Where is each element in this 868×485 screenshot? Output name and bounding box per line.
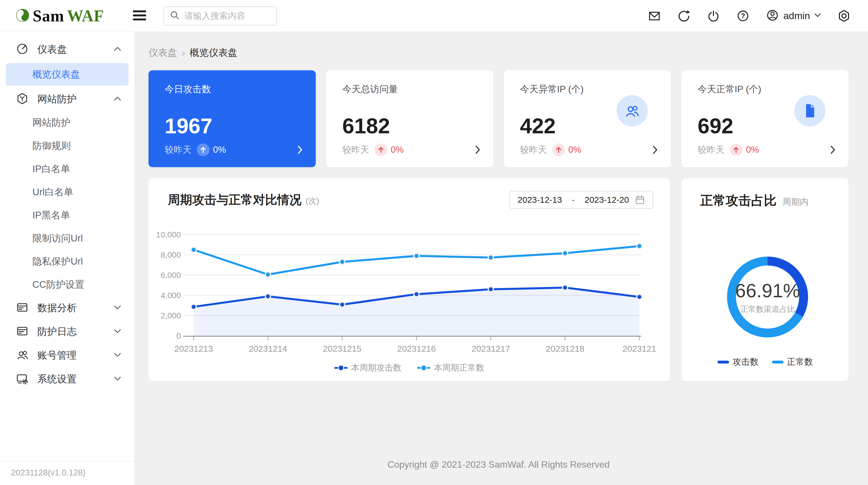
sidebar-item-ip-blacklist[interactable]: IP黑名单 bbox=[0, 204, 134, 227]
power-icon[interactable] bbox=[707, 9, 720, 23]
ratio-panel: 正常攻击占比 周期内 66.91% 正常数渠道占比 攻击数 正常数 bbox=[682, 178, 848, 381]
sidebar-group-label: 防护日志 bbox=[37, 325, 114, 338]
legend-label: 攻击数 bbox=[733, 356, 758, 368]
sidebar-item-label: 限制访问Url bbox=[32, 232, 83, 245]
delta-value: 0% bbox=[746, 144, 759, 155]
sidebar-item-label: CC防护设置 bbox=[32, 278, 85, 291]
main-content: 仪表盘 › 概览仪表盘 今日攻击数 1967 较昨天 0% 今天总访问量 618… bbox=[134, 32, 868, 485]
version-label: 20231128(v1.0.128) bbox=[0, 461, 134, 485]
sidebar-item-restricted-url[interactable]: 限制访问Url bbox=[0, 227, 134, 250]
stat-card-today-visits[interactable]: 今天总访问量 6182 较昨天 0% bbox=[326, 70, 494, 167]
legend-label: 本周期正常数 bbox=[434, 362, 484, 374]
svg-text:2,000: 2,000 bbox=[161, 311, 181, 320]
sidebar-item-label: 隐私保护Url bbox=[32, 255, 83, 268]
legend-label: 本周期攻击数 bbox=[351, 362, 401, 374]
svg-text:2023121: 2023121 bbox=[623, 344, 656, 353]
svg-text:20231216: 20231216 bbox=[397, 344, 436, 353]
svg-text:4,000: 4,000 bbox=[161, 291, 181, 300]
shield-icon bbox=[16, 92, 29, 106]
gear-icon[interactable] bbox=[837, 9, 850, 23]
svg-text:10,000: 10,000 bbox=[156, 230, 181, 239]
stat-cards-row: 今日攻击数 1967 较昨天 0% 今天总访问量 6182 较昨天 bbox=[149, 70, 848, 167]
ratio-title: 正常攻击占比 bbox=[700, 192, 777, 209]
sidebar-group-label: 数据分析 bbox=[37, 301, 114, 315]
sidebar: 仪表盘 概览仪表盘 网站防护 网站防护 防御规则 IP白名 bbox=[0, 32, 134, 485]
legend-item-attack[interactable]: 本周期攻击数 bbox=[334, 362, 401, 374]
sidebar-group-label: 网站防护 bbox=[37, 93, 114, 106]
legend-label: 正常数 bbox=[787, 356, 813, 368]
legend-item-attack-count[interactable]: 攻击数 bbox=[717, 356, 758, 368]
sidebar-group-data-analysis[interactable]: 数据分析 bbox=[0, 296, 134, 320]
card-title: 今天总访问量 bbox=[342, 83, 477, 96]
date-separator: - bbox=[572, 195, 575, 205]
system-settings-icon bbox=[16, 372, 29, 386]
brand-text-sam: Sam bbox=[33, 7, 64, 25]
accounts-icon bbox=[16, 349, 29, 362]
search-icon bbox=[169, 10, 180, 22]
sidebar-item-defense-rules[interactable]: 防御规则 bbox=[0, 134, 134, 157]
user-menu[interactable]: admin bbox=[766, 9, 821, 23]
sidebar-group-accounts[interactable]: 账号管理 bbox=[0, 344, 134, 367]
sidebar-item-ip-whitelist[interactable]: IP白名单 bbox=[0, 157, 134, 181]
menu-toggle-icon[interactable] bbox=[133, 10, 146, 22]
date-range-picker[interactable]: 2023-12-13 - 2023-12-20 bbox=[509, 191, 653, 209]
chevron-right-icon[interactable] bbox=[830, 145, 836, 155]
sidebar-item-label: 概览仪表盘 bbox=[32, 68, 80, 81]
svg-text:20231215: 20231215 bbox=[323, 344, 362, 353]
stat-card-abnormal-ip[interactable]: 今天异常IP (个) 422 较昨天 0% bbox=[504, 70, 671, 167]
legend-item-normal-count[interactable]: 正常数 bbox=[772, 356, 813, 368]
arrow-up-icon bbox=[374, 143, 387, 156]
ratio-legend: 攻击数 正常数 bbox=[682, 356, 848, 368]
chevron-right-icon[interactable] bbox=[297, 145, 303, 155]
sidebar-item-label: 防御规则 bbox=[32, 139, 71, 153]
sidebar-group-site-protection[interactable]: 网站防护 bbox=[0, 87, 134, 111]
arrow-up-icon bbox=[197, 143, 210, 156]
stat-card-today-attacks[interactable]: 今日攻击数 1967 较昨天 0% bbox=[149, 70, 316, 167]
date-to: 2023-12-20 bbox=[585, 195, 629, 205]
breadcrumb: 仪表盘 › 概览仪表盘 bbox=[149, 46, 848, 59]
sidebar-item-site-protection[interactable]: 网站防护 bbox=[0, 111, 134, 134]
chevron-right-icon[interactable] bbox=[652, 145, 658, 155]
svg-text:0: 0 bbox=[176, 331, 181, 341]
search-box[interactable] bbox=[163, 6, 277, 26]
chevron-down-icon bbox=[114, 376, 121, 382]
donut-center-label: 正常数渠道占比 bbox=[740, 304, 795, 314]
refresh-icon[interactable] bbox=[677, 9, 690, 23]
ratio-subtitle: 周期内 bbox=[782, 196, 808, 208]
username-label: admin bbox=[783, 10, 810, 22]
taiji-logo-icon bbox=[16, 9, 29, 23]
arrow-up-icon bbox=[552, 143, 565, 156]
sidebar-item-privacy-url[interactable]: 隐私保护Url bbox=[0, 250, 134, 273]
svg-text:20231213: 20231213 bbox=[174, 344, 213, 353]
svg-text:6,000: 6,000 bbox=[161, 271, 181, 280]
help-icon[interactable]: ? bbox=[736, 9, 750, 23]
trend-chart-panel: 周期攻击与正常对比情况 (次) 2023-12-13 - 2023-12-20 bbox=[149, 178, 670, 381]
compare-label: 较昨天 bbox=[342, 144, 369, 156]
delta-value: 0% bbox=[568, 144, 582, 155]
sidebar-group-protection-logs[interactable]: 防护日志 bbox=[0, 320, 134, 344]
sidebar-item-url-whitelist[interactable]: Url白名单 bbox=[0, 181, 134, 204]
breadcrumb-parent[interactable]: 仪表盘 bbox=[149, 46, 177, 59]
legend-item-normal[interactable]: 本周期正常数 bbox=[417, 362, 484, 374]
avatar-icon bbox=[766, 9, 779, 23]
sidebar-item-cc-protection[interactable]: CC防护设置 bbox=[0, 273, 134, 296]
analysis-icon bbox=[16, 301, 29, 315]
card-value: 6182 bbox=[342, 114, 477, 138]
svg-text:20231218: 20231218 bbox=[546, 344, 584, 353]
sidebar-group-system-settings[interactable]: 系统设置 bbox=[0, 367, 134, 391]
trend-chart-unit: (次) bbox=[306, 195, 319, 206]
mail-icon[interactable] bbox=[648, 9, 661, 23]
chevron-up-icon bbox=[114, 46, 121, 52]
svg-text:20231217: 20231217 bbox=[471, 344, 510, 353]
compare-label: 较昨天 bbox=[698, 144, 724, 156]
sidebar-group-dashboard[interactable]: 仪表盘 bbox=[0, 38, 134, 61]
stat-card-normal-ip[interactable]: 今天正常IP (个) 692 较昨天 0% bbox=[681, 70, 848, 167]
search-input[interactable] bbox=[184, 11, 271, 21]
chevron-right-icon[interactable] bbox=[475, 145, 481, 155]
users-icon bbox=[617, 95, 648, 126]
chevron-down-icon bbox=[114, 329, 121, 334]
sidebar-item-overview-dashboard[interactable]: 概览仪表盘 bbox=[6, 63, 128, 86]
legend-marker-attack bbox=[334, 365, 348, 371]
donut-percent: 66.91% bbox=[735, 280, 800, 302]
sidebar-item-label: Url白名单 bbox=[32, 186, 73, 199]
